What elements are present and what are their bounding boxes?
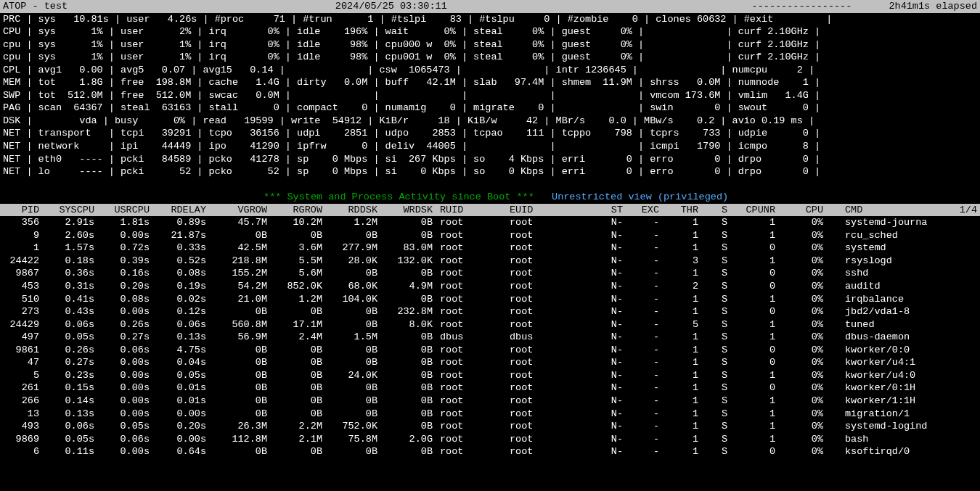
cell-wrdsk: 4.9M [377,280,433,293]
cell-cpunr: 0 [727,445,775,458]
cell-rdelay: 0.01s [150,395,206,408]
cell-exc: - [623,331,659,344]
cell-rgrow: 0B [267,369,322,382]
cell-thr: 1 [659,293,698,306]
cell-wrdsk: 8.0K [377,318,433,331]
cell-vgrow: 560.8M [206,318,267,331]
cell-s: S [698,216,727,229]
cell-rdelay: 0.05s [150,369,206,382]
sys-row: cpu | sys 1% | user 1% | irq 0% | idle 9… [3,51,977,64]
cell-ruid: root [433,369,502,382]
process-row: 50.23s0.00s0.05s0B0B24.0K0BrootrootN--1S… [3,369,977,382]
cell-euid: root [502,395,579,408]
cell-cpu: 0% [775,344,823,357]
cell-ruid: root [433,229,502,242]
cell-pid: 273 [3,305,39,318]
cell-syscpu: 0.05s [39,433,94,446]
cell-usrcpu: 0.06s [94,433,150,446]
cell-cpunr: 0 [727,280,775,293]
cell-euid: root [502,381,579,395]
cell-ruid: root [433,395,502,408]
col-rdelay: RDELAY [150,204,206,217]
process-row: 4530.31s0.20s0.19s54.2M852.0K68.0K4.9Mro… [3,280,977,293]
cell-ruid: root [433,280,502,293]
cell-rdelay: 0.89s [150,216,206,229]
cell-ruid: root [433,445,502,458]
cell-cpu: 0% [775,267,823,280]
cell-rddsk: 104.0K [322,293,377,306]
cell-rdelay: 0.13s [150,331,206,344]
cell-pid: 9 [3,229,39,242]
cell-cmd: ksoftirqd/0 [823,445,977,458]
cell-exc: - [623,356,659,369]
cell-thr: 1 [659,433,698,446]
cell-vgrow: 0B [206,305,267,318]
cell-rgrow: 10.2M [267,216,322,229]
cell-wrdsk: 0B [377,344,433,357]
cell-usrcpu: 0.06s [94,344,150,357]
cell-exc: - [623,255,659,268]
cell-st: N- [579,381,623,395]
cell-rgrow: 0B [267,344,322,357]
cell-rgrow: 17.1M [267,318,322,331]
cell-cpunr: 1 [727,229,775,242]
cell-cmd: systemd [823,242,977,255]
cell-pid: 1 [3,242,39,255]
cell-rdelay: 0.00s [150,408,206,421]
cell-s: S [698,229,727,242]
cell-exc: - [623,242,659,255]
cell-ruid: root [433,242,502,255]
col-vgrow: VGROW [206,204,267,217]
cell-st: N- [579,445,623,458]
cell-st: N- [579,305,623,318]
cell-rgrow: 2.4M [267,331,322,344]
cell-syscpu: 0.13s [39,408,94,421]
cell-st: N- [579,356,623,369]
cell-cpu: 0% [775,229,823,242]
cell-thr: 1 [659,331,698,344]
cell-st: N- [579,395,623,408]
cell-vgrow: 0B [206,445,267,458]
cell-cmd: irqbalance [823,293,977,306]
process-row: 98670.36s0.16s0.08s155.2M5.6M0B0Brootroo… [3,267,977,280]
cell-vgrow: 42.5M [206,242,267,255]
cell-exc: - [623,293,659,306]
cell-usrcpu: 0.00s [94,395,150,408]
cell-thr: 1 [659,356,698,369]
cell-wrdsk: 0B [377,356,433,369]
cell-cpunr: 1 [727,433,775,446]
cell-thr: 1 [659,369,698,382]
cell-cpunr: 1 [727,293,775,306]
cell-thr: 3 [659,255,698,268]
cell-rgrow: 0B [267,356,322,369]
cell-pid: 24429 [3,318,39,331]
cell-rddsk: 0B [322,445,377,458]
cell-pid: 453 [3,280,39,293]
cell-wrdsk: 83.0M [377,242,433,255]
cell-thr: 5 [659,318,698,331]
cell-s: S [698,395,727,408]
cell-rddsk: 28.0K [322,255,377,268]
process-row: 470.27s0.00s0.04s0B0B0B0BrootrootN--1S00… [3,356,977,369]
cell-ruid: dbus [433,331,502,344]
process-row: 4930.06s0.05s0.20s26.3M2.2M752.0K0Brootr… [3,420,977,433]
cell-euid: root [502,216,579,229]
cell-euid: root [502,408,579,421]
cell-exc: - [623,369,659,382]
col-cmd: CMD1/4 [823,204,977,217]
cell-exc: - [623,229,659,242]
process-row: 244220.18s0.39s0.52s218.8M5.5M28.0K132.0… [3,255,977,268]
cell-rgrow: 0B [267,381,322,395]
cell-s: S [698,318,727,331]
cell-rddsk: 0B [322,305,377,318]
cell-thr: 1 [659,229,698,242]
cell-rgrow: 3.6M [267,242,322,255]
cell-rddsk: 1.2M [322,216,377,229]
cell-cpunr: 1 [727,331,775,344]
cell-rddsk: 0B [322,344,377,357]
cell-syscpu: 0.36s [39,267,94,280]
sys-row: SWP | tot 512.0M | free 512.0M | swcac 0… [3,89,977,102]
cell-thr: 1 [659,420,698,433]
cell-rddsk: 0B [322,356,377,369]
header-bar: ATOP - test 2024/05/25 03:30:11 --------… [0,0,980,13]
